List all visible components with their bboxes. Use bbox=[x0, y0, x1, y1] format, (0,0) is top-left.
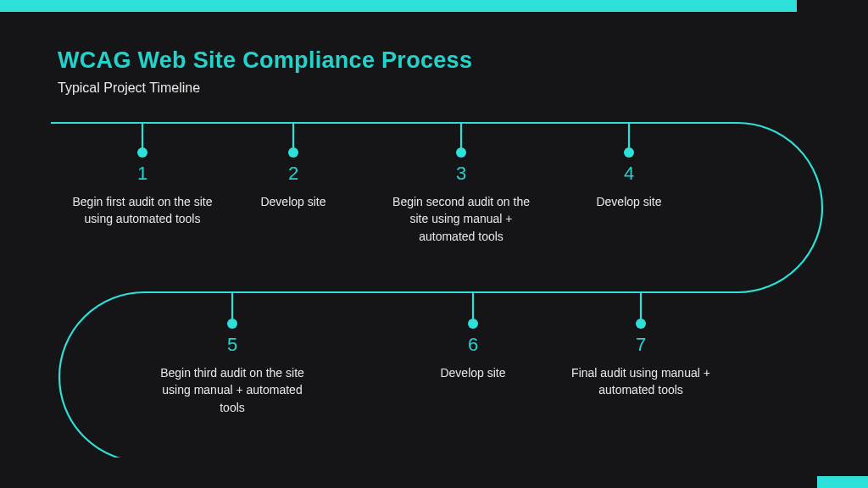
timeline-step-1: 1 Begin first audit on the site using au… bbox=[66, 163, 219, 228]
svg-point-7 bbox=[624, 147, 634, 158]
svg-point-3 bbox=[288, 147, 298, 158]
svg-point-5 bbox=[456, 147, 466, 158]
step-desc: Begin first audit on the site using auto… bbox=[66, 193, 219, 228]
page-title: WCAG Web Site Compliance Process bbox=[58, 47, 472, 74]
step-desc: Develop site bbox=[553, 193, 705, 210]
svg-point-9 bbox=[227, 319, 237, 329]
step-desc: Begin second audit on the site using man… bbox=[385, 193, 537, 245]
top-accent-bar bbox=[0, 0, 797, 12]
step-desc: Develop site bbox=[397, 364, 549, 381]
page-subtitle: Typical Project Timeline bbox=[58, 80, 472, 96]
step-number: 4 bbox=[553, 163, 705, 185]
step-number: 6 bbox=[397, 334, 549, 356]
step-desc: Begin third audit on the site using manu… bbox=[156, 364, 309, 416]
step-desc: Final audit using manual + automated too… bbox=[565, 364, 717, 399]
step-number: 2 bbox=[217, 163, 370, 185]
svg-point-13 bbox=[636, 319, 646, 329]
step-number: 7 bbox=[565, 334, 717, 356]
svg-point-1 bbox=[137, 147, 147, 158]
step-desc: Develop site bbox=[217, 193, 370, 210]
timeline-step-5: 5 Begin third audit on the site using ma… bbox=[156, 334, 309, 416]
timeline-step-4: 4 Develop site bbox=[553, 163, 705, 210]
timeline-step-7: 7 Final audit using manual + automated t… bbox=[565, 334, 717, 399]
step-number: 3 bbox=[385, 163, 537, 185]
bottom-accent-bar bbox=[817, 476, 868, 488]
timeline-step-2: 2 Develop site bbox=[217, 163, 370, 210]
step-number: 5 bbox=[156, 334, 309, 356]
timeline-step-3: 3 Begin second audit on the site using m… bbox=[385, 163, 537, 245]
step-number: 1 bbox=[66, 163, 219, 185]
heading-block: WCAG Web Site Compliance Process Typical… bbox=[58, 47, 472, 96]
timeline-step-6: 6 Develop site bbox=[397, 334, 549, 381]
svg-point-11 bbox=[468, 319, 478, 329]
